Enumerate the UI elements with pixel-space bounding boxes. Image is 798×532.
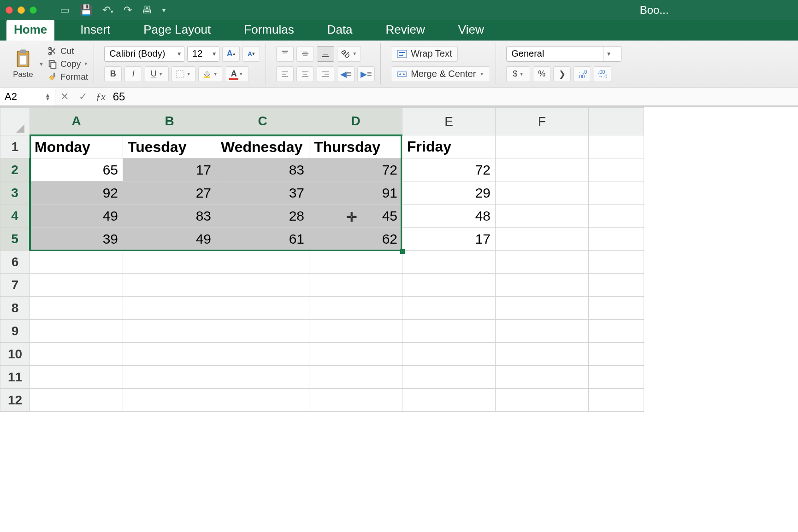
col-header-F[interactable]: F [496, 108, 589, 135]
cell-F1[interactable] [496, 135, 589, 158]
cell-F3[interactable] [496, 181, 589, 205]
orientation-button[interactable]: ab▼ [337, 46, 361, 62]
cell-B7[interactable] [123, 274, 216, 297]
align-middle-button[interactable] [296, 46, 314, 62]
cell-C10[interactable] [216, 343, 309, 366]
cell-B10[interactable] [123, 343, 216, 366]
cell-E3[interactable]: 29 [402, 181, 496, 205]
name-box[interactable]: A2 ▲▼ [0, 88, 55, 105]
name-box-spinner[interactable]: ▲▼ [45, 93, 50, 100]
tab-page-layout[interactable]: Page Layout [136, 20, 218, 41]
row-header-3[interactable]: 3 [0, 181, 30, 205]
cell-G7[interactable] [589, 274, 644, 297]
cell-A8[interactable] [30, 297, 123, 320]
comma-style-button[interactable]: ❯ [553, 66, 571, 82]
italic-button[interactable]: I [124, 66, 142, 82]
number-format-input[interactable] [507, 48, 603, 59]
increase-indent-button[interactable]: ▶≡ [357, 66, 375, 82]
cut-button[interactable]: Cut [47, 46, 74, 56]
cell-C3[interactable]: 37 [216, 181, 309, 205]
cell-F8[interactable] [496, 297, 589, 320]
cell-D12[interactable] [309, 389, 402, 412]
chevron-down-icon[interactable]: ▼ [174, 47, 184, 61]
cell-B6[interactable] [123, 251, 216, 274]
row-header-4[interactable]: 4 [0, 205, 30, 228]
bold-button[interactable]: B [104, 66, 122, 82]
row-header-1[interactable]: 1 [0, 135, 30, 158]
col-header-E[interactable]: E [402, 108, 496, 135]
fx-icon[interactable]: ƒx [96, 91, 106, 103]
row-header-9[interactable]: 9 [0, 320, 30, 343]
cell-D2[interactable]: 72 [309, 158, 402, 181]
cell-E9[interactable] [402, 320, 496, 343]
cell-G9[interactable] [589, 320, 644, 343]
cell-D11[interactable] [309, 366, 402, 389]
cell-E1[interactable]: Friday [402, 135, 496, 158]
decrease-font-button[interactable]: A▾ [242, 46, 260, 62]
qat-more-icon[interactable]: ▾ [162, 6, 166, 14]
cell-E11[interactable] [402, 366, 496, 389]
cell-C5[interactable]: 61 [216, 228, 309, 251]
align-left-button[interactable] [276, 66, 294, 82]
row-header-8[interactable]: 8 [0, 297, 30, 320]
align-right-button[interactable] [317, 66, 334, 82]
borders-button[interactable]: ▼ [171, 66, 195, 82]
select-all-corner[interactable] [0, 108, 30, 135]
currency-button[interactable]: $▼ [506, 66, 530, 82]
underline-button[interactable]: U▼ [145, 66, 169, 82]
font-name-input[interactable] [105, 48, 174, 59]
print-icon[interactable]: 🖶 [142, 4, 152, 16]
cell-F2[interactable] [496, 158, 589, 181]
cell-D9[interactable] [309, 320, 402, 343]
col-header-C[interactable]: C [216, 108, 309, 135]
formula-input[interactable] [109, 90, 798, 103]
cell-D3[interactable]: 91 [309, 181, 402, 205]
cell-D10[interactable] [309, 343, 402, 366]
chevron-down-icon[interactable]: ▼ [603, 47, 614, 61]
col-header-D[interactable]: D [309, 108, 402, 135]
cell-C11[interactable] [216, 366, 309, 389]
cell-B1[interactable]: Tuesday [123, 135, 216, 158]
cell-B9[interactable] [123, 320, 216, 343]
cell-E12[interactable] [402, 389, 496, 412]
cell-E6[interactable] [402, 251, 496, 274]
cell-B8[interactable] [123, 297, 216, 320]
cell-A9[interactable] [30, 320, 123, 343]
cell-C8[interactable] [216, 297, 309, 320]
cell-A12[interactable] [30, 389, 123, 412]
cell-G8[interactable] [589, 297, 644, 320]
row-header-6[interactable]: 6 [0, 251, 30, 274]
minimize-window-button[interactable] [18, 6, 25, 14]
cell-A6[interactable] [30, 251, 123, 274]
cell-D5[interactable]: 62 [309, 228, 402, 251]
cell-A10[interactable] [30, 343, 123, 366]
cell-E10[interactable] [402, 343, 496, 366]
cell-B2[interactable]: 17 [123, 158, 216, 181]
cell-D6[interactable] [309, 251, 402, 274]
increase-font-button[interactable]: A▴ [222, 46, 240, 62]
cell-D1[interactable]: Thursday [309, 135, 402, 158]
col-header-blank[interactable] [589, 108, 644, 135]
cell-B3[interactable]: 27 [123, 181, 216, 205]
cell-C2[interactable]: 83 [216, 158, 309, 181]
row-header-5[interactable]: 5 [0, 228, 30, 251]
row-header-2[interactable]: 2 [0, 158, 30, 181]
tab-review[interactable]: Review [378, 20, 432, 41]
cell-A1[interactable]: Monday [30, 135, 123, 158]
accept-formula-button[interactable]: ✓ [74, 91, 92, 103]
redo-icon[interactable]: ↷ [124, 4, 132, 16]
cell-G1[interactable] [589, 135, 644, 158]
cell-E2[interactable]: 72 [402, 158, 496, 181]
cell-B12[interactable] [123, 389, 216, 412]
align-center-button[interactable] [296, 66, 314, 82]
row-header-11[interactable]: 11 [0, 366, 30, 389]
align-bottom-button[interactable] [317, 46, 334, 62]
cell-F6[interactable] [496, 251, 589, 274]
chevron-down-icon[interactable]: ▼ [209, 47, 219, 61]
cell-G4[interactable] [589, 205, 644, 228]
close-window-button[interactable] [6, 6, 13, 14]
cell-B11[interactable] [123, 366, 216, 389]
cell-F4[interactable] [496, 205, 589, 228]
percent-button[interactable]: % [533, 66, 550, 82]
autosave-icon[interactable]: ▭ [60, 4, 70, 16]
